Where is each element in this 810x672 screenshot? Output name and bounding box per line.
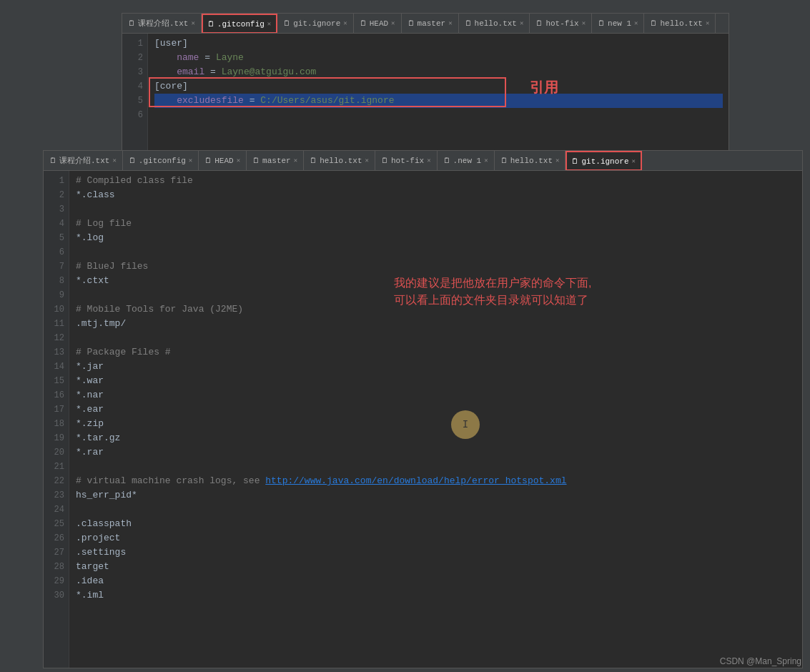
tab-kecheng[interactable]: 🗒 课程介绍.txt ✕ (122, 14, 202, 34)
file-icon-b6: 🗒 (443, 157, 450, 165)
annotation-yinyong: 引用 (530, 78, 558, 97)
gi-line-18: *.zip (76, 417, 796, 431)
gi-line-21 (76, 460, 796, 474)
file-icon-b8: 🗒 (571, 157, 578, 166)
gi-line-25: .classpath (76, 517, 796, 531)
code-line-4: [core] (154, 79, 723, 94)
tab-head-bot[interactable]: 🗒 HEAD ✕ (199, 151, 247, 171)
gitconfig-editor-window: 🗒 课程介绍.txt ✕ 🗒 .gitconfig ✕ 🗒 git.ignore… (122, 13, 729, 152)
file-icon5: 🗒 (465, 19, 472, 28)
gitconfig-content: 1 2 3 4 5 6 [user] name = Layne email = … (122, 34, 728, 152)
file-icon8: 🗒 (650, 19, 657, 28)
tab-head-top[interactable]: 🗒 HEAD ✕ (354, 14, 402, 34)
file-icon3: 🗒 (360, 19, 367, 28)
file-icon-b2: 🗒 (204, 157, 212, 165)
tab-hello-bot[interactable]: 🗒 hello.txt ✕ (304, 151, 375, 171)
gi-line-29: .idea (76, 574, 796, 588)
gi-line-27: .settings (76, 545, 796, 560)
csdn-watermark: CSDN @Man_Spring (720, 656, 801, 666)
tab-gitignore-top[interactable]: 🗒 git.ignore ✕ (277, 14, 353, 34)
gi-line-26: .project (76, 531, 796, 545)
tab-hello2-bot[interactable]: 🗒 hello.txt ✕ (495, 151, 566, 171)
gi-line-1: # Compiled class file (76, 174, 796, 188)
gi-line-17: *.ear (76, 402, 796, 417)
tab-hello-top[interactable]: 🗒 hello.txt ✕ (459, 14, 530, 34)
gi-line-19: *.tar.gz (76, 431, 796, 445)
code-line-6 (154, 108, 723, 122)
file-icon-b1: 🗒 (129, 157, 136, 165)
gi-line-7: # BlueJ files (76, 260, 796, 274)
gi-line-14: *.jar (76, 360, 796, 374)
gitignore-line-numbers: 1 2 3 4 5 6 7 8 9 10 11 12 13 14 15 16 1… (44, 171, 69, 668)
gi-line-22: # virtual machine crash logs, see http:/… (76, 474, 796, 488)
annotation-suggestion: 我的建议是把他放在用户家的命令下面, 可以看上面的文件夹目录就可以知道了 (394, 275, 591, 309)
gitconfig-code-area[interactable]: [user] name = Layne email = Layne@atguig… (149, 34, 728, 152)
gi-line-4: # Log file (76, 217, 796, 231)
cursor-indicator: I (451, 410, 480, 439)
gi-line-6 (76, 245, 796, 260)
gi-line-2: *.class (76, 188, 796, 202)
file-icon: 🗒 (128, 19, 135, 28)
gi-line-20: *.rar (76, 445, 796, 460)
tab-kecheng-bot[interactable]: 🗒 课程介绍.txt ✕ (44, 151, 123, 171)
tab-gitignore-active[interactable]: 🗒 git.ignore ✕ (565, 151, 641, 171)
gi-line-5: *.log (76, 231, 796, 245)
code-line-3: email = Layne@atguigu.com (154, 65, 723, 79)
code-line-5: excludesfile = C:/Users/asus/git.ignore (154, 94, 723, 108)
file-icon4: 🗒 (408, 19, 415, 28)
tab-new1-bot[interactable]: 🗒 .new 1 ✕ (438, 151, 495, 171)
tab-hello2-top[interactable]: 🗒 hello.txt ✕ (644, 14, 716, 34)
gi-line-30: *.iml (76, 588, 796, 603)
file-icon2: 🗒 (283, 19, 290, 28)
gi-line-16: *.nar (76, 388, 796, 402)
gi-line-23: hs_err_pid* (76, 488, 796, 503)
gitconfig-tab-bar: 🗒 课程介绍.txt ✕ 🗒 .gitconfig ✕ 🗒 git.ignore… (122, 14, 728, 34)
file-icon-b0: 🗒 (49, 157, 56, 165)
tab-new1-top[interactable]: 🗒 new 1 ✕ (592, 14, 644, 34)
file-icon-b3: 🗒 (252, 157, 260, 165)
gi-line-24 (76, 503, 796, 517)
tab-gitconfig-active[interactable]: 🗒 .gitconfig ✕ (202, 14, 277, 34)
file-icon-gitconfig: 🗒 (207, 20, 214, 29)
gi-line-15: *.war (76, 374, 796, 388)
file-icon-b7: 🗒 (500, 157, 508, 165)
gi-line-11: .mtj.tmp/ (76, 317, 796, 331)
tab-master-bot[interactable]: 🗒 master ✕ (247, 151, 304, 171)
crash-log-link[interactable]: http://www.java.com/en/download/help/err… (265, 475, 566, 486)
code-line-2: name = Layne (154, 51, 723, 65)
gitignore-code-area[interactable]: # Compiled class file *.class # Log file… (70, 171, 802, 668)
tab-gitconfig-bot[interactable]: 🗒 .gitconfig ✕ (123, 151, 199, 171)
code-line-1: [user] (154, 36, 723, 51)
gi-line-13: # Package Files # (76, 345, 796, 360)
file-icon-b4: 🗒 (310, 157, 317, 165)
gitignore-editor-window: 🗒 课程介绍.txt ✕ 🗒 .gitconfig ✕ 🗒 HEAD ✕ 🗒 m… (43, 150, 803, 668)
gi-line-28: target (76, 560, 796, 574)
file-icon6: 🗒 (535, 19, 543, 28)
file-icon-b5: 🗒 (381, 157, 388, 165)
tab-hotfix-top[interactable]: 🗒 hot-fix ✕ (530, 14, 592, 34)
tab-master-top[interactable]: 🗒 master ✕ (402, 14, 459, 34)
gitconfig-line-numbers: 1 2 3 4 5 6 (122, 34, 148, 152)
gi-line-12 (76, 331, 796, 345)
gitignore-content: 1 2 3 4 5 6 7 8 9 10 11 12 13 14 15 16 1… (44, 171, 802, 668)
tab-hotfix-bot[interactable]: 🗒 hot-fix ✕ (375, 151, 438, 171)
gi-line-3 (76, 202, 796, 217)
gitignore-tab-bar: 🗒 课程介绍.txt ✕ 🗒 .gitconfig ✕ 🗒 HEAD ✕ 🗒 m… (44, 151, 802, 171)
file-icon7: 🗒 (598, 19, 605, 28)
